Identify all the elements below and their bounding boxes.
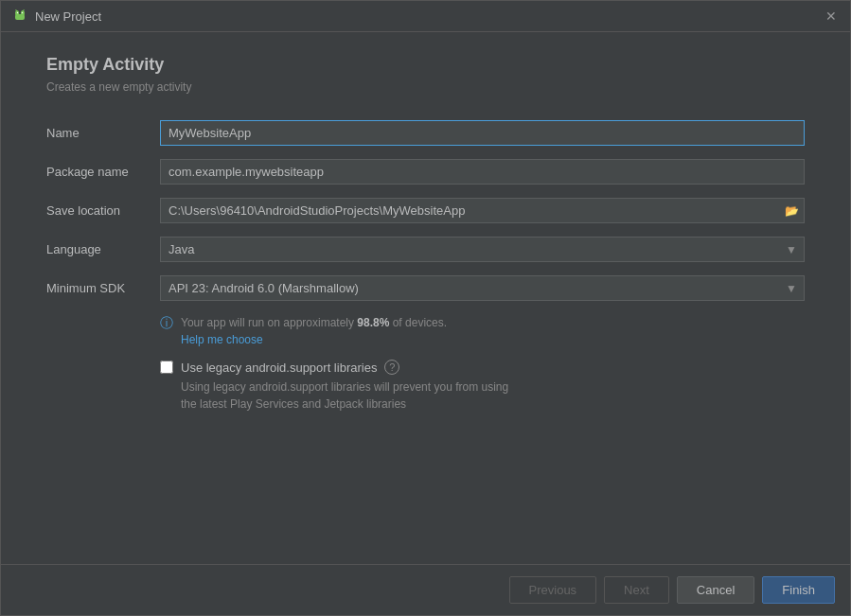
close-button[interactable]: ✕	[824, 9, 839, 24]
language-row: Language Java Kotlin ▼	[46, 237, 805, 262]
activity-title: Empty Activity	[46, 55, 805, 75]
name-input[interactable]	[160, 120, 805, 146]
language-select-wrapper: Java Kotlin ▼	[160, 237, 805, 262]
name-row: Name	[46, 120, 805, 146]
new-project-dialog: New Project ✕ Empty Activity Creates a n…	[0, 0, 851, 616]
package-name-input[interactable]	[160, 159, 805, 185]
save-location-label: Save location	[46, 203, 160, 218]
info-text-suffix: of devices.	[389, 316, 447, 329]
android-logo-icon	[12, 9, 27, 24]
legacy-section: Use legacy android.support libraries ? U…	[160, 360, 805, 413]
folder-icon[interactable]: 📂	[785, 204, 799, 218]
previous-button[interactable]: Previous	[509, 576, 597, 604]
save-location-input[interactable]	[160, 198, 805, 223]
dialog-footer: Previous Next Cancel Finish	[1, 564, 850, 615]
minimum-sdk-select-wrapper: API 23: Android 6.0 (Marshmallow) API 21…	[160, 275, 805, 301]
title-bar: New Project ✕	[1, 1, 850, 32]
save-location-wrapper: 📂	[160, 198, 805, 223]
activity-subtitle: Creates a new empty activity	[46, 80, 805, 94]
svg-point-3	[17, 12, 18, 13]
next-button[interactable]: Next	[604, 576, 669, 604]
cancel-button[interactable]: Cancel	[677, 576, 754, 604]
legacy-checkbox-label: Use legacy android.support libraries	[181, 361, 377, 375]
package-name-label: Package name	[46, 165, 160, 179]
legacy-checkbox[interactable]	[160, 361, 173, 374]
save-location-row: Save location 📂	[46, 198, 805, 223]
package-name-row: Package name	[46, 159, 805, 185]
svg-point-4	[22, 12, 23, 13]
language-label: Language	[46, 242, 160, 256]
name-label: Name	[46, 126, 160, 140]
help-icon[interactable]: ?	[384, 360, 399, 375]
dialog-title: New Project	[35, 9, 816, 24]
language-select[interactable]: Java Kotlin	[160, 237, 805, 262]
minimum-sdk-select[interactable]: API 23: Android 6.0 (Marshmallow) API 21…	[160, 275, 805, 301]
info-icon: ⓘ	[160, 315, 173, 332]
legacy-checkbox-row: Use legacy android.support libraries ?	[160, 360, 805, 375]
info-text: Your app will run on approximately 98.8%…	[181, 314, 447, 348]
finish-button[interactable]: Finish	[762, 576, 835, 604]
minimum-sdk-row: Minimum SDK API 23: Android 6.0 (Marshma…	[46, 275, 805, 301]
svg-rect-2	[15, 14, 25, 20]
legacy-description: Using legacy android.support libraries w…	[181, 378, 805, 413]
info-section: ⓘ Your app will run on approximately 98.…	[160, 314, 805, 348]
minimum-sdk-label: Minimum SDK	[46, 281, 160, 295]
info-text-prefix: Your app will run on approximately	[181, 316, 357, 329]
dialog-content: Empty Activity Creates a new empty activ…	[1, 32, 850, 564]
help-me-choose-link[interactable]: Help me choose	[181, 331, 447, 348]
info-percentage: 98.8%	[357, 316, 389, 329]
